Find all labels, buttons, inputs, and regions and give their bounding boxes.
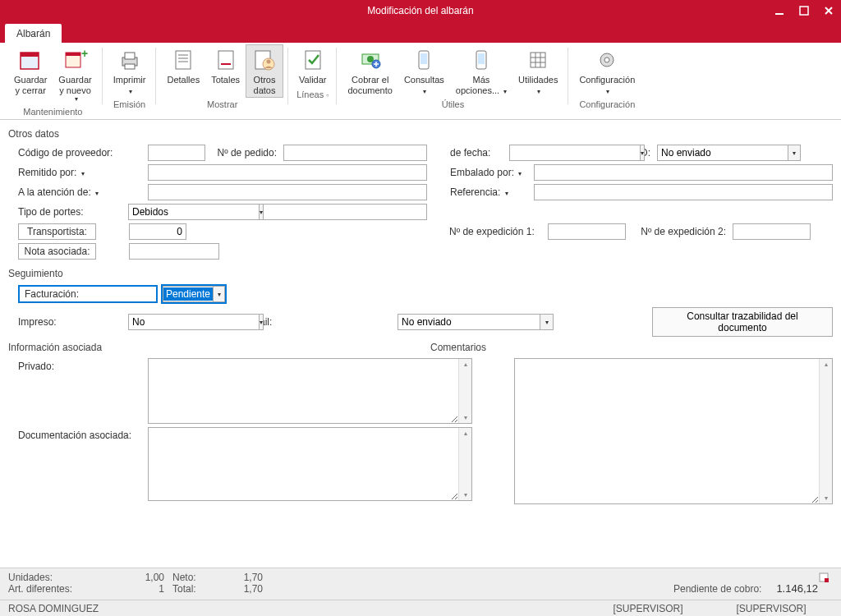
total-value: 1,70 <box>214 583 263 595</box>
group-label-config: Configuración <box>579 98 635 112</box>
save-new-label: Guardar y nuevo <box>58 75 91 95</box>
section-otros-datos: Otros datos <box>8 128 833 140</box>
svg-text:+: + <box>81 48 88 60</box>
n-pedido-input[interactable] <box>283 145 427 161</box>
n-exped2-input[interactable] <box>733 223 811 240</box>
save-close-button[interactable]: Guardar y cerrar <box>8 44 53 105</box>
embalado-por-input[interactable] <box>534 164 833 181</box>
nota-asociada-input[interactable] <box>129 243 219 260</box>
facturacion-input[interactable]: Pendiente <box>163 286 214 302</box>
utilidades-label: Utilidades <box>518 75 558 85</box>
svg-rect-27 <box>531 53 545 67</box>
chevron-down-icon: ▾ <box>75 95 78 103</box>
n-exped1-input[interactable] <box>548 223 626 240</box>
totales-button[interactable]: Totales <box>205 44 246 98</box>
window-title: Modificación del albarán <box>367 5 473 16</box>
pendiente-label: Pendiente de cobro: <box>673 583 761 595</box>
maximize-button[interactable] <box>792 0 816 21</box>
codigo-proveedor-input[interactable] <box>148 145 205 161</box>
section-comentarios: Comentarios <box>430 342 833 353</box>
scrollbar[interactable]: ▴▾ <box>458 428 471 500</box>
cobrar-icon <box>357 47 384 73</box>
de-fecha-label: de fecha: <box>427 147 509 159</box>
status-icon[interactable] <box>818 572 833 595</box>
otros-datos-label: Otros datos <box>254 75 276 95</box>
save-new-button[interactable]: + Guardar y nuevo▾ <box>53 44 97 105</box>
tab-albaran[interactable]: Albarán <box>5 24 62 43</box>
save-close-icon <box>17 47 44 73</box>
impreso-input[interactable] <box>128 314 260 330</box>
de-fecha-input[interactable] <box>509 145 641 161</box>
validar-button[interactable]: Validar <box>293 44 332 88</box>
mas-icon <box>468 47 494 73</box>
supervisor-2: [SUPERVISOR] <box>710 603 833 614</box>
consultar-trazabilidad-button[interactable]: Consultar trazabilidad del documento <box>652 307 833 337</box>
ribbon-group-lineas: Validar Líneas▫ <box>288 44 337 119</box>
reto-dropdown[interactable]: ▾ <box>788 145 801 161</box>
svg-rect-10 <box>176 51 191 69</box>
svg-rect-5 <box>66 53 80 56</box>
impreso-dropdown[interactable]: ▾ <box>260 314 264 330</box>
transportista-input[interactable] <box>129 223 186 240</box>
section-seguimiento: Seguimiento <box>8 268 833 279</box>
chevron-down-icon: ▾ <box>503 88 507 95</box>
mas-label: Más opciones... ▾ <box>456 75 507 95</box>
save-close-label: Guardar y cerrar <box>14 75 47 95</box>
chevron-down-icon[interactable]: ▾ <box>81 170 85 177</box>
email-dropdown[interactable]: ▾ <box>540 314 554 330</box>
scrollbar[interactable]: ▴▾ <box>819 359 832 503</box>
facturacion-dropdown[interactable]: ▾ <box>214 286 225 302</box>
chevron-down-icon[interactable]: ▾ <box>505 190 508 197</box>
chevron-down-icon[interactable]: ▾ <box>95 190 99 197</box>
cobrar-button[interactable]: Cobrar el documento <box>342 44 398 98</box>
ribbon: Guardar y cerrar + Guardar y nuevo▾ Mant… <box>0 43 841 120</box>
group-label-mostrar: Mostrar <box>207 98 237 112</box>
mas-opciones-button[interactable]: Más opciones... ▾ <box>450 44 512 98</box>
detalles-label: Detalles <box>167 75 200 85</box>
referencia-label: Referencia: ▾ <box>427 186 534 198</box>
tipo-portes-label: Tipo de portes: <box>8 206 128 218</box>
atencion-input[interactable] <box>148 184 427 200</box>
chevron-down-icon: ▾ <box>606 88 609 95</box>
referencia-input[interactable] <box>534 184 833 200</box>
detalles-icon <box>170 47 196 73</box>
impreso-label: Impreso: <box>8 316 128 328</box>
utilidades-button[interactable]: Utilidades▾ <box>512 44 563 98</box>
consultas-button[interactable]: Consultas▾ <box>398 44 450 98</box>
n-pedido-label: Nº de pedido: <box>205 147 283 159</box>
close-button[interactable] <box>816 0 841 21</box>
configuracion-button[interactable]: Configuración▾ <box>573 44 641 98</box>
codigo-proveedor-label: Código de proveedor: <box>8 147 148 159</box>
de-fecha-dropdown[interactable]: ▾ <box>641 145 645 161</box>
scrollbar[interactable]: ▴▾ <box>458 359 471 423</box>
doc-asociada-label: Documentación asociada: <box>8 427 148 441</box>
totales-label: Totales <box>211 75 240 85</box>
group-label-utiles: Útiles <box>442 98 465 112</box>
unidades-value: 1,00 <box>131 572 164 583</box>
doc-asociada-textarea[interactable] <box>149 428 458 500</box>
group-label-lineas: Líneas▫ <box>296 88 329 102</box>
svg-rect-26 <box>478 53 485 64</box>
svg-rect-8 <box>125 53 135 59</box>
privado-textarea[interactable] <box>149 359 458 423</box>
svg-rect-0 <box>775 13 784 15</box>
tipo-portes-dropdown[interactable]: ▾ <box>260 204 264 220</box>
print-button[interactable]: Imprimir▾ <box>108 44 152 98</box>
remitido-por-input[interactable] <box>148 164 427 181</box>
n-exped1-label: Nº de expedición 1: <box>449 226 548 237</box>
user-name: ROSA DOMINGUEZ <box>8 603 99 614</box>
email-input[interactable] <box>398 314 540 330</box>
chevron-down-icon[interactable]: ▾ <box>518 170 522 177</box>
minimize-button[interactable] <box>767 0 792 21</box>
otros-datos-button[interactable]: Otros datos <box>246 44 283 98</box>
comentarios-textarea[interactable] <box>515 359 819 503</box>
facturacion-button[interactable]: Facturación: <box>18 285 158 303</box>
nota-asociada-button[interactable]: Nota asociada: <box>18 243 96 260</box>
reto-input[interactable] <box>657 145 788 161</box>
ribbon-group-configuracion: Configuración▾ Configuración <box>568 44 646 119</box>
transportista-button[interactable]: Transportista: <box>18 223 96 240</box>
tipo-portes-input[interactable] <box>128 204 260 220</box>
detalles-button[interactable]: Detalles <box>161 44 205 98</box>
svg-rect-14 <box>218 51 233 69</box>
ribbon-group-mostrar: Detalles Totales Otros datos Mostrar <box>156 44 288 119</box>
